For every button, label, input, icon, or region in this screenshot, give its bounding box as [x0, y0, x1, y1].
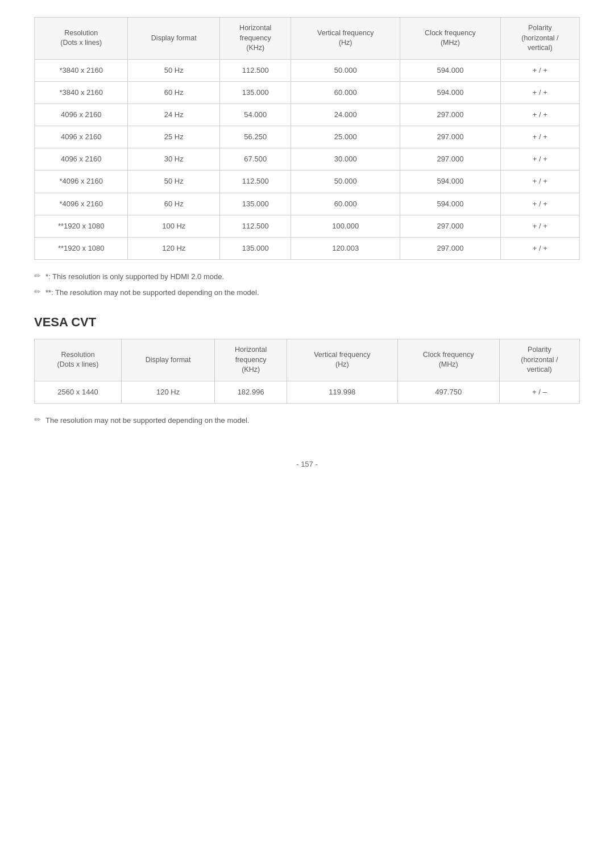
- table-row: *3840 x 216050 Hz112.50050.000594.000+ /…: [35, 59, 580, 81]
- note-text: *: This resolution is only supported by …: [45, 271, 224, 283]
- vesa-col-resolution: Resolution(Dots x lines): [35, 339, 122, 381]
- vesa-note-text: The resolution may not be supported depe…: [45, 415, 249, 426]
- vesa-col-horizontal-freq: Horizontalfrequency(KHz): [215, 339, 287, 381]
- note-item: ✏ *: This resolution is only supported b…: [34, 271, 580, 283]
- page-number: - 157 -: [34, 460, 580, 468]
- vesa-col-display-format: Display format: [122, 339, 215, 381]
- vesa-col-clock-freq: Clock frequency(MHz): [397, 339, 499, 381]
- table-row: 4096 x 216025 Hz56.25025.000297.000+ / +: [35, 126, 580, 148]
- vesa-note-item: ✏ The resolution may not be supported de…: [34, 415, 580, 426]
- table-row: *4096 x 216050 Hz112.50050.000594.000+ /…: [35, 171, 580, 193]
- main-table-notes: ✏ *: This resolution is only supported b…: [34, 271, 580, 298]
- pencil-icon: ✏: [34, 271, 41, 280]
- table-row: **1920 x 1080120 Hz135.000120.003297.000…: [35, 238, 580, 260]
- vesa-cvt-table: Resolution(Dots x lines) Display format …: [34, 339, 580, 404]
- vesa-notes: ✏ The resolution may not be supported de…: [34, 415, 580, 426]
- table-row: *3840 x 216060 Hz135.00060.000594.000+ /…: [35, 81, 580, 103]
- main-resolution-table: Resolution(Dots x lines) Display format …: [34, 17, 580, 260]
- table-row: 4096 x 216030 Hz67.50030.000297.000+ / +: [35, 148, 580, 171]
- col-resolution: Resolution(Dots x lines): [35, 18, 128, 60]
- col-display-format: Display format: [128, 18, 220, 60]
- table-row: **1920 x 1080100 Hz112.500100.000297.000…: [35, 215, 580, 237]
- vesa-cvt-title: VESA CVT: [34, 315, 580, 330]
- note-item: ✏ **: The resolution may not be supporte…: [34, 287, 580, 298]
- pencil-icon: ✏: [34, 287, 41, 296]
- note-text: **: The resolution may not be supported …: [45, 287, 259, 298]
- col-polarity: Polarity(horizontal /vertical): [500, 18, 579, 60]
- col-horizontal-freq: Horizontalfrequency(KHz): [220, 18, 291, 60]
- col-vertical-freq: Vertical frequency(Hz): [291, 18, 400, 60]
- vesa-col-vertical-freq: Vertical frequency(Hz): [287, 339, 397, 381]
- vesa-col-polarity: Polarity(horizontal /vertical): [499, 339, 579, 381]
- col-clock-freq: Clock frequency(MHz): [400, 18, 501, 60]
- pencil-icon: ✏: [34, 415, 41, 424]
- table-row: *4096 x 216060 Hz135.00060.000594.000+ /…: [35, 193, 580, 215]
- table-row: 4096 x 216024 Hz54.00024.000297.000+ / +: [35, 103, 580, 126]
- table-row: 2560 x 1440120 Hz182.996119.998497.750+ …: [35, 381, 580, 403]
